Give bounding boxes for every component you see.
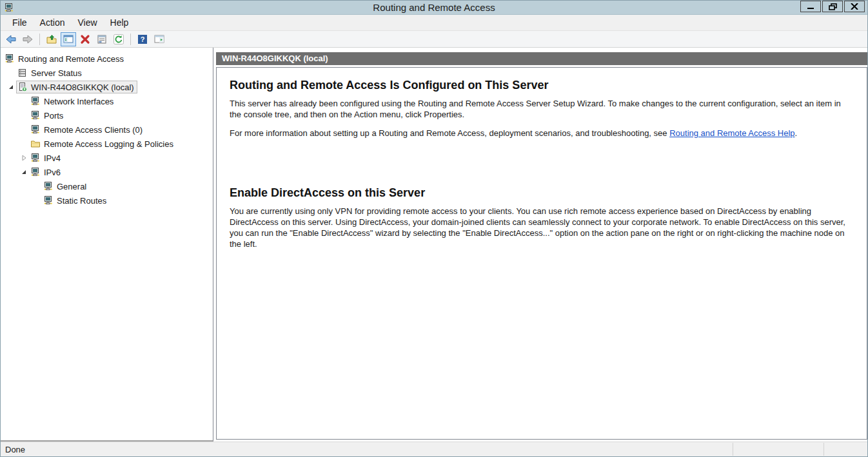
toolbar-separator — [39, 34, 40, 45]
rras-computer-icon — [43, 181, 54, 191]
status-text: Done — [5, 445, 25, 454]
tree-item-label: Network Interfaces — [44, 97, 113, 106]
action-pane-icon — [153, 34, 165, 45]
more-info-period: . — [795, 128, 798, 138]
menu-action[interactable]: Action — [34, 15, 72, 30]
delete-icon — [79, 34, 91, 45]
tree-item-label: Remote Access Logging & Policies — [44, 139, 173, 149]
folder-icon — [30, 139, 41, 149]
main-area: Routing and Remote Access Server Status … — [1, 48, 867, 442]
rras-computer-icon — [30, 96, 41, 106]
refresh-icon — [113, 34, 124, 45]
tree-item-general[interactable]: General — [1, 179, 213, 193]
configured-section: Routing and Remote Access Is Configured … — [230, 79, 853, 139]
selected-tree-node[interactable]: WIN-R44O8GIKKQK (local) — [16, 81, 137, 93]
results-pane: WIN-R44O8GIKKQK (local) Routing and Remo… — [213, 48, 867, 442]
menu-file[interactable]: File — [6, 15, 34, 30]
tree-item-label: Remote Access Clients (0) — [44, 125, 143, 135]
menu-help[interactable]: Help — [104, 15, 135, 30]
tree-item-label: Ports — [44, 111, 63, 121]
up-level-folder-icon — [46, 34, 57, 45]
tree-item-label: Routing and Remote Access — [18, 54, 124, 64]
rras-help-link[interactable]: Routing and Remote Access Help — [669, 128, 794, 138]
menubar: File Action View Help — [1, 15, 867, 31]
rras-computer-icon — [30, 167, 41, 177]
rras-computer-icon — [5, 53, 15, 64]
app-icon — [4, 3, 14, 13]
up-level-button[interactable] — [44, 32, 59, 46]
console-tree-toggle-button[interactable] — [61, 32, 76, 46]
tree-item-label: General — [57, 182, 86, 191]
server-green-icon — [17, 82, 28, 92]
results-pane-body: Routing and Remote Access Is Configured … — [216, 67, 867, 440]
menu-view[interactable]: View — [71, 15, 103, 30]
tree-item-server-status[interactable]: Server Status — [1, 66, 213, 80]
delete-button[interactable] — [77, 32, 93, 46]
directaccess-section-heading: Enable DirectAccess on this Server — [230, 186, 853, 200]
results-pane-header: WIN-R44O8GIKKQK (local) — [216, 52, 867, 65]
back-button[interactable] — [3, 32, 19, 46]
tree-item-routing-and-remote-access[interactable]: Routing and Remote Access — [1, 52, 213, 66]
help-icon: ? — [137, 34, 148, 45]
window-title: Routing and Remote Access — [1, 2, 867, 13]
tree-item-label: Static Routes — [57, 196, 106, 206]
tree-item-ipv6[interactable]: IPv6 — [1, 165, 213, 179]
tree-item-label: Server Status — [31, 68, 82, 78]
statusbar: Done — [1, 442, 867, 456]
action-pane-toggle-button[interactable] — [152, 32, 167, 46]
minimize-icon — [807, 3, 814, 10]
close-button[interactable] — [844, 1, 865, 12]
rras-computer-icon — [30, 124, 41, 135]
expander-expanded-icon[interactable] — [19, 169, 29, 175]
rras-console-window: Routing and Remote Access File Action Vi… — [0, 0, 868, 457]
tree-item-remote-access-clients[interactable]: Remote Access Clients (0) — [1, 122, 213, 137]
toolbar: ? — [1, 31, 867, 48]
expander-collapsed-icon[interactable] — [19, 155, 29, 161]
tree-item-label: IPv6 — [44, 168, 61, 177]
statusbar-separator — [733, 443, 733, 456]
titlebar: Routing and Remote Access — [1, 1, 867, 15]
close-icon — [851, 3, 858, 10]
back-icon — [5, 34, 17, 45]
rras-computer-icon — [43, 195, 54, 206]
tree-item-label: IPv4 — [44, 153, 61, 163]
properties-button[interactable] — [94, 32, 110, 46]
expander-expanded-icon[interactable] — [6, 84, 16, 90]
rras-computer-icon — [30, 110, 41, 121]
restore-button[interactable] — [822, 1, 843, 12]
tree-item-local-server[interactable]: WIN-R44O8GIKKQK (local) — [1, 80, 213, 94]
refresh-button[interactable] — [111, 32, 126, 46]
server-status-icon — [17, 68, 28, 78]
caption-buttons — [800, 1, 865, 12]
tree-item-static-routes[interactable]: Static Routes — [1, 193, 213, 208]
directaccess-section-paragraph: You are currently using only VPN for pro… — [230, 206, 853, 249]
properties-icon — [96, 34, 108, 45]
rras-computer-icon — [30, 153, 41, 163]
statusbar-separator — [824, 443, 824, 456]
svg-text:?: ? — [141, 35, 145, 43]
forward-icon — [22, 34, 34, 45]
more-info-text: For more information about setting up a … — [230, 128, 669, 138]
configured-section-paragraph: This server has already been configured … — [230, 98, 853, 120]
restore-icon — [829, 3, 837, 10]
tree-item-label: WIN-R44O8GIKKQK (local) — [31, 83, 134, 92]
tree-item-network-interfaces[interactable]: Network Interfaces — [1, 94, 213, 108]
minimize-button[interactable] — [800, 1, 821, 12]
configured-section-heading: Routing and Remote Access Is Configured … — [230, 79, 853, 92]
console-tree-panel: Routing and Remote Access Server Status … — [1, 48, 213, 442]
console-tree-icon — [63, 34, 74, 45]
tree-item-remote-access-logging[interactable]: Remote Access Logging & Policies — [1, 137, 213, 151]
forward-button[interactable] — [20, 32, 35, 46]
tree-item-ports[interactable]: Ports — [1, 108, 213, 122]
more-info-paragraph: For more information about setting up a … — [230, 128, 853, 139]
help-button[interactable]: ? — [135, 32, 150, 46]
directaccess-section: Enable DirectAccess on this Server You a… — [230, 186, 853, 249]
tree-item-ipv4[interactable]: IPv4 — [1, 151, 213, 165]
toolbar-separator — [130, 34, 131, 45]
